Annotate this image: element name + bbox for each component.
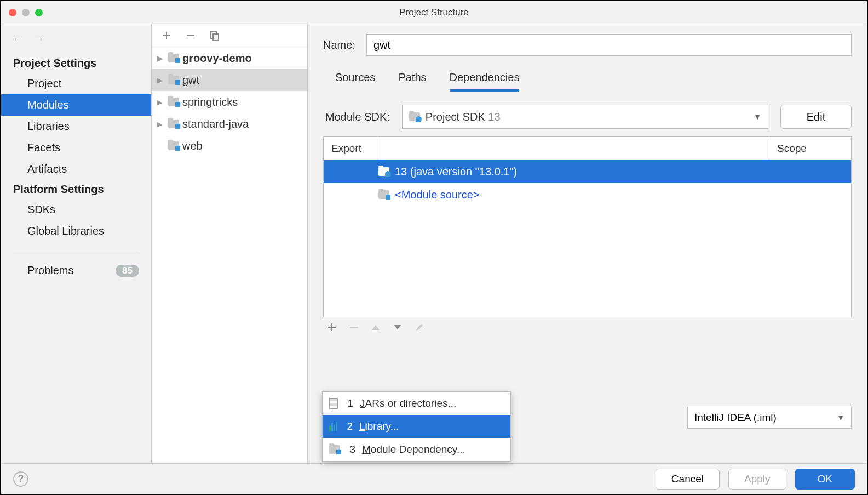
remove-module-button[interactable]: [186, 31, 196, 41]
problems-label: Problems: [27, 264, 73, 277]
tree-item-gwt[interactable]: ▶gwt: [152, 69, 307, 91]
module-folder-icon: [168, 98, 179, 106]
module-folder-icon: [329, 445, 340, 454]
module-folder-icon: [168, 76, 179, 84]
remove-dependency-button[interactable]: [349, 323, 358, 332]
tree-item-label: web: [182, 140, 203, 152]
chevron-down-icon: ▼: [754, 112, 761, 121]
popup-item-module-dependency[interactable]: 3 Module Dependency...: [323, 438, 510, 461]
th-scope[interactable]: Scope: [769, 137, 851, 160]
sidebar-item-sdks[interactable]: SDKs: [1, 199, 151, 220]
zoom-window-button[interactable]: [35, 9, 43, 16]
tree-item-label: groovy-demo: [182, 52, 252, 65]
platform-settings-header: Platform Settings: [1, 180, 151, 199]
expand-icon: ▶: [157, 98, 165, 106]
nav-back-button[interactable]: ←: [12, 32, 24, 46]
dep-row-label: <Module source>: [395, 189, 480, 201]
jdk-folder-icon: [378, 167, 389, 176]
close-window-button[interactable]: [9, 9, 16, 16]
popup-item-label: Library...: [359, 420, 399, 433]
tree-item-standard-java[interactable]: ▶standard-java: [152, 113, 307, 135]
tab-paths[interactable]: Paths: [398, 71, 426, 92]
library-icon: [329, 422, 337, 431]
minimize-window-button: [22, 9, 30, 16]
dialog-footer: ? Cancel Apply OK: [1, 463, 867, 494]
storage-format-select[interactable]: IntelliJ IDEA (.iml) ▼: [687, 407, 852, 429]
tree-item-label: springtricks: [182, 96, 238, 109]
module-sdk-select[interactable]: Project SDK 13 ▼: [402, 105, 768, 129]
tree-item-label: gwt: [182, 74, 199, 87]
add-dependency-button[interactable]: [327, 323, 336, 332]
name-label: Name:: [323, 39, 355, 52]
module-name-input[interactable]: [366, 34, 852, 56]
help-button[interactable]: ?: [13, 471, 28, 487]
dependencies-actions: [323, 317, 852, 332]
expand-icon: ▶: [157, 120, 165, 128]
expand-icon: ▶: [157, 54, 165, 62]
apply-button[interactable]: Apply: [728, 469, 786, 490]
sidebar-divider: [13, 251, 139, 251]
sidebar-item-global-libraries[interactable]: Global Libraries: [1, 220, 151, 242]
dep-row-module-source[interactable]: <Module source>: [324, 183, 851, 206]
sidebar: ← → Project Settings Project Modules Lib…: [1, 24, 152, 463]
jdk-folder-icon: [409, 112, 420, 121]
move-up-button[interactable]: [371, 324, 380, 331]
edit-dependency-button[interactable]: [415, 323, 424, 332]
dependencies-table: Export Scope 13 (java version "13.0.1") …: [323, 136, 852, 317]
sidebar-item-modules[interactable]: Modules: [1, 94, 151, 116]
sidebar-item-project[interactable]: Project: [1, 73, 151, 94]
format-value: IntelliJ IDEA (.iml): [694, 412, 777, 424]
module-tree-panel: ▶groovy-demo ▶gwt ▶springtricks ▶standar…: [152, 24, 308, 463]
sdk-value-name: Project SDK: [426, 111, 485, 123]
popup-item-jars[interactable]: 1 JARs or directories...: [323, 392, 510, 415]
module-tabs: Sources Paths Dependencies: [323, 71, 852, 92]
tree-item-label: standard-java: [182, 118, 249, 130]
dep-row-label: 13 (java version "13.0.1"): [395, 166, 517, 178]
tab-sources[interactable]: Sources: [335, 71, 375, 92]
sidebar-item-facets[interactable]: Facets: [1, 137, 151, 158]
th-export[interactable]: Export: [324, 137, 378, 160]
sidebar-item-artifacts[interactable]: Artifacts: [1, 158, 151, 180]
tab-dependencies[interactable]: Dependencies: [450, 71, 520, 92]
popup-item-label: Module Dependency...: [362, 443, 465, 456]
expand-icon: ▶: [157, 76, 165, 84]
folder-icon: [378, 190, 389, 199]
chevron-down-icon: ▼: [837, 413, 844, 422]
popup-item-label: JARs or directories...: [360, 397, 456, 409]
archive-icon: [329, 398, 338, 409]
popup-item-library[interactable]: 2 Library...: [323, 415, 510, 438]
titlebar: Project Structure: [1, 1, 867, 24]
tree-item-springtricks[interactable]: ▶springtricks: [152, 91, 307, 113]
nav-forward-button[interactable]: →: [33, 32, 45, 46]
sdk-value-version: 13: [488, 111, 500, 123]
problems-count-badge: 85: [116, 265, 139, 277]
svg-rect-1: [213, 34, 219, 41]
module-folder-icon: [168, 54, 179, 62]
cancel-button[interactable]: Cancel: [656, 469, 720, 490]
ok-button[interactable]: OK: [795, 469, 855, 490]
copy-module-button[interactable]: [210, 31, 220, 41]
table-header: Export Scope: [324, 137, 851, 160]
sidebar-item-libraries[interactable]: Libraries: [1, 116, 151, 137]
traffic-lights: [9, 9, 43, 16]
edit-sdk-button[interactable]: Edit: [780, 105, 852, 129]
dep-row-jdk[interactable]: 13 (java version "13.0.1"): [324, 160, 851, 183]
tree-toolbar: [152, 24, 307, 47]
add-module-button[interactable]: [162, 31, 171, 41]
move-down-button[interactable]: [393, 324, 402, 331]
module-folder-icon: [168, 141, 179, 150]
module-sdk-label: Module SDK:: [325, 111, 390, 123]
sidebar-item-problems[interactable]: Problems 85: [1, 260, 151, 281]
window-title: Project Structure: [399, 7, 469, 18]
module-folder-icon: [168, 120, 179, 128]
project-settings-header: Project Settings: [1, 54, 151, 73]
tree-item-web[interactable]: web: [152, 135, 307, 157]
add-dependency-popup: 1 JARs or directories... 2 Library... 3 …: [322, 391, 511, 462]
tree-item-groovy-demo[interactable]: ▶groovy-demo: [152, 47, 307, 69]
